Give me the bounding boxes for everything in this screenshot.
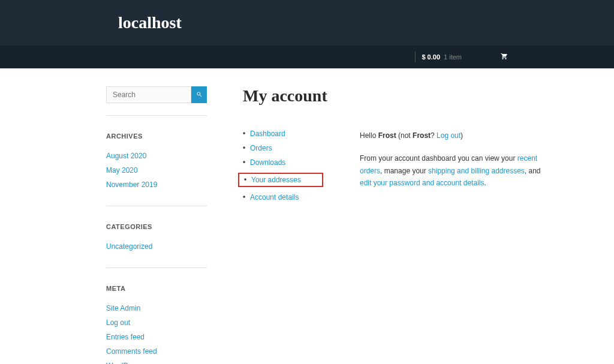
cart-amount: $ 0.00 <box>422 53 440 61</box>
addresses-link[interactable]: Your addresses <box>251 176 301 184</box>
account-nav: Dashboard Orders Downloads Your addresse… <box>243 130 330 207</box>
cart-icon[interactable] <box>501 53 508 62</box>
topbar: $ 0.00 1 item <box>0 46 614 68</box>
meta-link[interactable]: Site Admin <box>106 304 140 312</box>
greeting-text: Hello Frost (not Frost? Log out) <box>360 130 550 142</box>
edit-account-link[interactable]: edit your password and account details <box>360 179 484 187</box>
meta-link[interactable]: WordPress.org <box>106 362 154 364</box>
archive-link[interactable]: August 2020 <box>106 152 146 160</box>
widget-title: ARCHIVES <box>106 133 207 140</box>
divider <box>415 52 416 62</box>
archive-item: November 2019 <box>106 179 207 189</box>
divider <box>106 206 207 206</box>
nav-item-details: Account details <box>243 193 330 201</box>
search-icon <box>196 91 203 99</box>
orders-link[interactable]: Orders <box>250 144 272 152</box>
addresses-inline-link[interactable]: shipping and billing addresses <box>428 167 525 175</box>
meta-item: Comments feed <box>106 346 207 356</box>
archive-item: August 2020 <box>106 151 207 160</box>
nav-item-downloads: Downloads <box>243 158 330 167</box>
nav-item-orders: Orders <box>243 144 330 152</box>
logout-link[interactable]: Log out <box>437 131 460 140</box>
dash-text-1: From your account dashboard you can view… <box>360 154 517 163</box>
greeting-close: ) <box>460 131 463 140</box>
search-form <box>106 86 207 103</box>
categories-widget: CATEGORIES Uncategorized <box>106 223 207 251</box>
dashboard-link[interactable]: Dashboard <box>250 130 285 138</box>
dashboard-description: From your account dashboard you can view… <box>360 152 550 189</box>
archive-link[interactable]: November 2019 <box>106 181 157 189</box>
downloads-link[interactable]: Downloads <box>250 158 285 167</box>
category-item: Uncategorized <box>106 241 207 251</box>
meta-link[interactable]: Log out <box>106 318 130 327</box>
account-content: Hello Frost (not Frost? Log out) From yo… <box>360 130 550 207</box>
widget-title: META <box>106 285 207 292</box>
archive-item: May 2020 <box>106 165 207 175</box>
search-input[interactable] <box>106 86 191 103</box>
cart-item-count[interactable]: 1 item <box>444 53 462 61</box>
search-button[interactable] <box>191 86 207 103</box>
nav-item-dashboard: Dashboard <box>243 130 330 138</box>
meta-link[interactable]: Comments feed <box>106 347 157 356</box>
highlight-box: Your addresses <box>238 173 323 187</box>
main-content: My account Dashboard Orders Downloads Yo… <box>243 86 550 364</box>
divider <box>106 267 207 268</box>
account-details-link[interactable]: Account details <box>250 193 299 201</box>
widget-title: CATEGORIES <box>106 223 207 230</box>
meta-widget: META Site Admin Log out Entries feed Com… <box>106 285 207 364</box>
meta-item: Site Admin <box>106 303 207 312</box>
archives-widget: ARCHIVES August 2020 May 2020 November 2… <box>106 133 207 189</box>
greeting-not-prefix: (not <box>396 131 413 140</box>
page-title: My account <box>243 86 550 106</box>
dash-text-2: , manage your <box>380 167 428 175</box>
nav-item-addresses: Your addresses <box>244 176 301 184</box>
category-link[interactable]: Uncategorized <box>106 242 152 251</box>
archive-link[interactable]: May 2020 <box>106 166 138 175</box>
site-title[interactable]: localhost <box>52 13 508 32</box>
meta-link[interactable]: Entries feed <box>106 333 145 341</box>
site-header: localhost <box>0 0 614 46</box>
divider <box>106 115 207 116</box>
greeting-not-user: Frost <box>413 131 431 140</box>
greeting-hello: Hello <box>360 131 378 140</box>
sidebar: ARCHIVES August 2020 May 2020 November 2… <box>106 86 207 364</box>
meta-item: WordPress.org <box>106 360 207 364</box>
dash-text-3: , and <box>525 167 541 175</box>
dash-text-4: . <box>484 179 486 187</box>
greeting-question: ? <box>431 131 437 140</box>
meta-item: Entries feed <box>106 332 207 341</box>
meta-item: Log out <box>106 317 207 327</box>
greeting-user: Frost <box>378 131 396 140</box>
